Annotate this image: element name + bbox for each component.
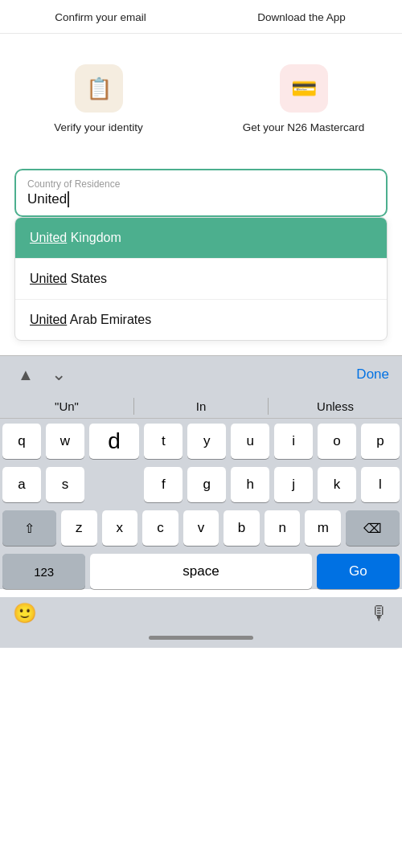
country-dropdown: United Kingdom United States United Arab… [14,217,388,341]
key-p[interactable]: p [361,424,400,459]
autocomplete-unless[interactable]: Unless [269,398,402,415]
toolbar-nav: ▲ ⌄ [13,362,71,387]
key-h[interactable]: h [231,467,269,502]
backspace-key[interactable]: ⌫ [346,510,400,546]
key-g[interactable]: g [187,467,226,502]
tab-confirm-email[interactable]: Confirm your email [0,0,201,33]
country-input-value[interactable]: United [27,191,375,207]
mic-key[interactable]: 🎙 [370,602,389,624]
toolbar-up-btn[interactable]: ▲ [13,364,39,386]
verify-identity-icon: 📋 [75,64,123,113]
mastercard-icon: 💳 [280,64,328,113]
key-v[interactable]: v [183,510,219,546]
key-gap [89,467,139,502]
dropdown-item-us[interactable]: United States [15,259,387,300]
key-l[interactable]: l [361,467,400,502]
step-verify-identity: 📋 Verify your identity [0,50,197,145]
keyboard-row-3: ⇧ z x c v b n m ⌫ [2,510,400,546]
steps-row: 📋 Verify your identity 💳 Get your N26 Ma… [0,34,402,153]
top-tabs: Confirm your email Download the App [0,0,402,34]
verify-identity-label: Verify your identity [54,121,142,135]
home-indicator [0,629,402,648]
dropdown-item-uae[interactable]: United Arab Emirates [15,300,387,340]
key-c[interactable]: c [142,510,178,546]
autocomplete-bar: "Un" In Unless [0,393,402,419]
country-input-label: Country of Residence [27,178,375,190]
key-f[interactable]: f [144,467,183,502]
keyboard-bottom: 🙂 🎙 [0,597,402,629]
key-k[interactable]: k [318,467,356,502]
key-x[interactable]: x [102,510,138,546]
key-u[interactable]: u [231,424,269,459]
mastercard-label: Get your N26 Mastercard [243,121,365,135]
tab-download-app[interactable]: Download the App [201,0,402,33]
key-o[interactable]: o [318,424,356,459]
toolbar-done-btn[interactable]: Done [356,366,389,383]
keyboard-row-1: q w d t y u i o p [2,424,400,459]
autocomplete-in[interactable]: In [134,398,269,415]
text-cursor [68,191,69,207]
key-a[interactable]: a [2,467,41,502]
step-get-mastercard: 💳 Get your N26 Mastercard [205,50,402,145]
key-j[interactable]: j [274,467,313,502]
key-m[interactable]: m [305,510,341,546]
country-input-container[interactable]: Country of Residence United [14,169,388,217]
key-d[interactable]: d [89,424,139,459]
key-s[interactable]: s [46,467,84,502]
key-t[interactable]: t [144,424,183,459]
keyboard-toolbar: ▲ ⌄ Done [0,355,402,393]
emoji-key[interactable]: 🙂 [13,602,37,624]
keyboard-row-2: a s f g h j k l [2,467,400,502]
key-b[interactable]: b [224,510,260,546]
key-y[interactable]: y [187,424,226,459]
go-key[interactable]: Go [317,554,400,589]
keyboard: q w d t y u i o p a s f g h j k l ⇧ z x … [0,419,402,589]
shift-key[interactable]: ⇧ [2,510,56,546]
key-q[interactable]: q [2,424,41,459]
space-key[interactable]: space [90,554,311,589]
toolbar-down-btn[interactable]: ⌄ [47,362,71,387]
dropdown-item-uk[interactable]: United Kingdom [15,218,387,259]
key-z[interactable]: z [61,510,97,546]
num-key[interactable]: 123 [2,554,85,589]
key-w[interactable]: w [46,424,84,459]
key-i[interactable]: i [274,424,313,459]
home-bar [149,636,253,640]
spacer [0,341,402,355]
main-content: Country of Residence United United Kingd… [0,169,402,341]
autocomplete-un[interactable]: "Un" [0,398,134,415]
keyboard-row-4: 123 space Go [2,554,400,589]
key-n[interactable]: n [265,510,301,546]
